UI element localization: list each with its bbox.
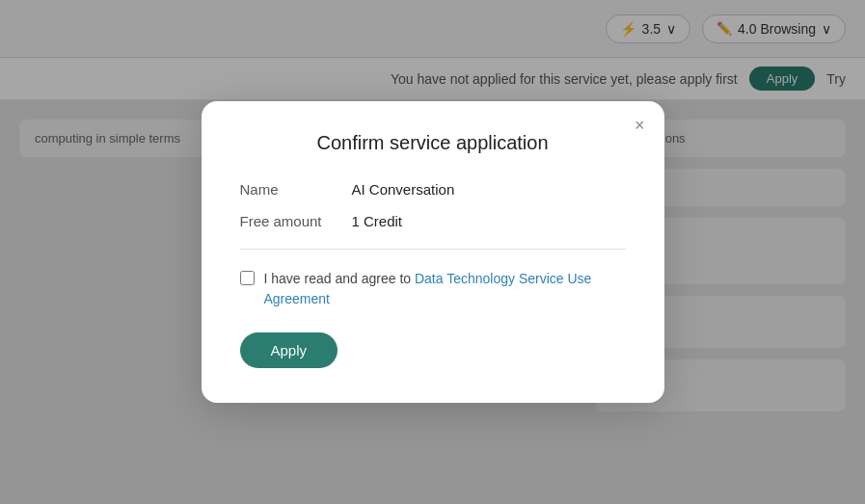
modal-free-amount-value: 1 Credit <box>352 213 403 229</box>
modal-divider <box>240 249 626 250</box>
modal-dialog: × Confirm service application Name AI Co… <box>202 101 664 403</box>
modal-free-amount-label: Free amount <box>240 213 337 229</box>
agree-checkbox[interactable] <box>240 271 255 285</box>
modal-title: Confirm service application <box>240 132 626 154</box>
modal-free-amount-field: Free amount 1 Credit <box>240 213 626 229</box>
agree-prefix: I have read and agree to <box>264 271 412 286</box>
modal-name-field: Name AI Conversation <box>240 181 626 198</box>
modal-overlay: × Confirm service application Name AI Co… <box>0 0 865 504</box>
modal-apply-button[interactable]: Apply <box>240 332 338 368</box>
modal-agree-row: I have read and agree to Data Technology… <box>240 269 626 309</box>
modal-name-value: AI Conversation <box>352 181 455 198</box>
modal-name-label: Name <box>240 181 337 198</box>
modal-close-button[interactable]: × <box>635 117 645 134</box>
agree-text: I have read and agree to Data Technology… <box>264 269 626 309</box>
